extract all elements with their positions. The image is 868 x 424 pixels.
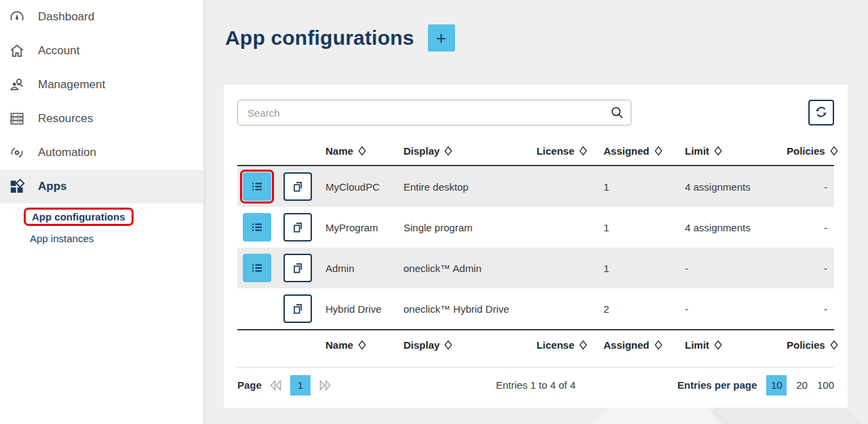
sort-diamond-icon [579,340,587,350]
app-configurations-table: Name Display License Assigned [237,136,834,359]
table-row: Admin oneclick™ Admin 1 - - [237,248,834,288]
sidebar-item-management[interactable]: Management [0,68,203,102]
sidebar: Dashboard Account Management [0,0,203,424]
column-header-policies[interactable]: Policies [787,145,842,157]
cell-policies: - [787,303,834,315]
sidebar-item-resources[interactable]: Resources [0,102,203,136]
sort-diamond-icon [714,146,722,156]
table-row: Hybrid Drive oneclick™ Hybrid Drive 2 - … [237,288,834,329]
table-footer-header-row: Name Display License Assigned [237,329,834,359]
magnifier-icon[interactable] [610,105,625,123]
list-icon [250,261,264,275]
add-app-configuration-button[interactable]: + [428,24,455,52]
page-label: Page [237,379,262,391]
sidebar-item-label: Dashboard [38,10,94,24]
sort-diamond-icon [714,340,722,350]
sort-diamond-icon [444,340,452,350]
cell-policies: - [787,263,834,274]
copy-button[interactable] [283,172,312,201]
column-header-name[interactable]: Name [326,145,403,157]
cell-assigned: 1 [604,263,685,274]
copy-icon [290,179,305,194]
home-icon [8,42,26,60]
apps-submenu: App configurations App instances [0,206,203,248]
search-input[interactable] [237,100,631,126]
next-page-button[interactable] [317,379,332,391]
cell-name: Hybrid Drive [326,303,403,315]
subitem-label: App instances [30,233,94,244]
search-field-wrap [237,100,631,126]
row-actions [237,292,326,326]
cell-limit: - [685,263,787,274]
cell-display: Single program [403,222,529,233]
sort-diamond-icon [358,340,366,350]
column-header-license[interactable]: License [529,145,604,157]
cell-policies: - [787,222,834,233]
previous-page-button[interactable] [269,379,283,391]
column-header-assigned[interactable]: Assigned [604,339,685,351]
double-chevron-right-icon [317,379,332,391]
sidebar-item-apps[interactable]: Apps [0,170,203,204]
column-header-limit[interactable]: Limit [685,145,787,157]
list-button[interactable] [243,254,271,282]
cell-display: oneclick™ Admin [403,263,529,274]
pagination-bar: Page 1 Entries 1 to 4 of 4 E [237,368,834,402]
sort-diamond-icon [654,146,663,156]
sidebar-subitem-app-configurations[interactable]: App configurations [30,206,203,227]
cell-limit: - [685,303,787,315]
entries-per-page-control: Entries per page 10 20 100 [631,375,834,396]
sort-diamond-icon [830,146,838,156]
entries-summary: Entries 1 to 4 of 4 [441,379,631,391]
per-page-option-20[interactable]: 20 [796,379,808,391]
list-button[interactable] [243,213,271,242]
column-header-license[interactable]: License [529,339,604,351]
cell-display: Entire desktop [403,181,529,193]
cell-name: MyCloudPC [326,181,403,193]
copy-icon [290,220,305,235]
sidebar-subitem-app-instances[interactable]: App instances [30,228,203,248]
per-page-option-100[interactable]: 100 [817,379,834,391]
table-toolbar [237,100,834,126]
sidebar-item-label: Automation [38,146,96,159]
per-page-option-10[interactable]: 10 [766,375,787,396]
cell-policies: - [787,181,834,193]
sidebar-item-label: Management [38,78,105,92]
column-header-display[interactable]: Display [403,339,529,351]
row-actions [237,170,326,204]
sort-diamond-icon [654,340,663,350]
column-header-policies[interactable]: Policies [787,339,842,351]
sidebar-item-automation[interactable]: Automation [0,136,203,170]
table-header-row: Name Display License Assigned [237,136,834,166]
sort-diamond-icon [444,146,452,156]
cell-display: oneclick™ Hybrid Drive [403,303,529,315]
column-header-name[interactable]: Name [326,339,403,351]
page-navigation: Page 1 [237,375,441,396]
cell-limit: 4 assignments [685,181,787,193]
current-page-number[interactable]: 1 [290,375,311,396]
sort-diamond-icon [579,146,587,156]
list-button[interactable] [243,172,271,201]
copy-button[interactable] [283,294,312,323]
red-highlight-box [240,170,274,204]
sync-arrows-icon [813,104,829,122]
column-header-display[interactable]: Display [403,145,529,157]
sidebar-item-label: Resources [38,112,93,126]
main-content: App configurations + [203,0,868,424]
refresh-button[interactable] [808,100,834,126]
table-row: MyCloudPC Entire desktop 1 4 assignments… [237,166,834,207]
column-header-limit[interactable]: Limit [685,339,787,351]
copy-icon [290,261,305,275]
red-highlight-box: App configurations [24,208,134,226]
sidebar-item-label: Apps [38,180,67,193]
column-header-assigned[interactable]: Assigned [604,145,685,157]
copy-button[interactable] [283,254,312,282]
sidebar-item-dashboard[interactable]: Dashboard [0,0,203,34]
sort-diamond-icon [830,340,838,350]
copy-button[interactable] [283,213,312,242]
app-configurations-card: Name Display License Assigned [224,85,848,408]
cell-assigned: 2 [604,303,685,315]
sidebar-item-account[interactable]: Account [0,34,203,68]
cell-assigned: 1 [604,181,685,193]
automation-gear-icon [8,144,26,161]
sidebar-item-label: Account [38,44,79,58]
